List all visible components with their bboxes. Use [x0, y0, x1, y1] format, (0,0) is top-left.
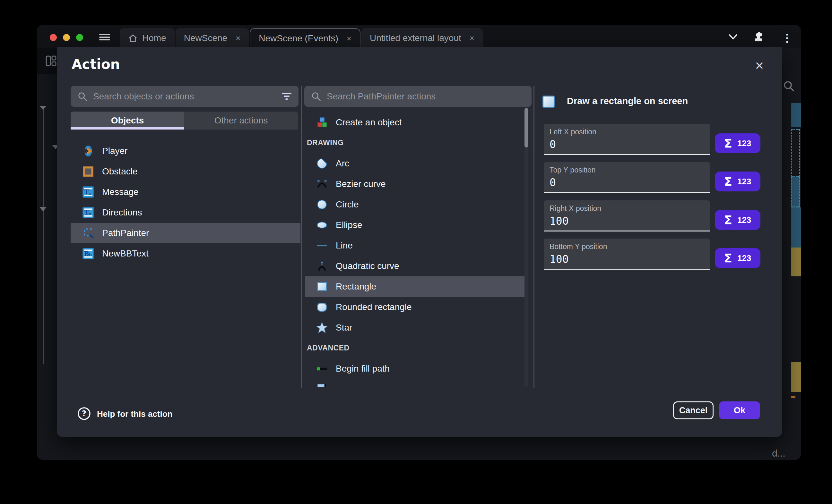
action-item-ellipse[interactable]: Ellipse	[305, 215, 526, 235]
action-label: Bezier curve	[336, 179, 386, 189]
action-item-arc[interactable]: Arc	[305, 153, 526, 174]
event-collapse-arrow[interactable]	[40, 207, 47, 211]
bezier-curve-icon	[316, 178, 328, 190]
field-input[interactable]	[549, 253, 704, 265]
action-dialog: Action × ObjectsOther actions PlayerObst…	[57, 47, 782, 437]
expression-123-label: 123	[737, 139, 751, 148]
object-item-message[interactable]: TxMessage	[71, 182, 301, 202]
create-object-icon	[316, 116, 328, 129]
tab-objects[interactable]: Objects	[71, 112, 184, 130]
event-collapse-arrow[interactable]	[40, 106, 47, 110]
editor-tab-newscene[interactable]: NewScene×	[176, 28, 249, 48]
dialog-close-icon[interactable]: ×	[751, 56, 769, 74]
panels-layout-icon	[45, 55, 57, 67]
action-label: Create an object	[336, 117, 401, 128]
obstacle-icon	[82, 165, 94, 178]
actions-list: Create an objectDRAWINGArcBezier curveCi…	[305, 108, 526, 387]
field-label: Bottom Y position	[549, 242, 704, 251]
sigma-icon: Σ	[724, 137, 732, 150]
tab-label: Home	[142, 33, 166, 43]
svg-text:x: x	[89, 212, 91, 216]
object-item-pathpainter[interactable]: PathPainter	[71, 223, 301, 243]
field-input[interactable]	[549, 176, 704, 189]
tab-close-icon[interactable]: ×	[470, 34, 474, 42]
filter-icon[interactable]	[281, 92, 292, 101]
traffic-light-minimize[interactable]	[63, 34, 70, 41]
object-label: Player	[102, 146, 127, 156]
ok-button[interactable]: Ok	[719, 401, 760, 419]
traffic-light-close[interactable]	[50, 34, 57, 41]
field-label: Left X position	[549, 128, 704, 136]
object-item-obstacle[interactable]: Obstacle	[71, 161, 301, 182]
object-item-player[interactable]: Player	[71, 141, 301, 161]
panel-divider	[301, 86, 302, 388]
dialog-title: Action	[72, 56, 120, 72]
expression-123-label: 123	[737, 177, 751, 187]
editor-tab-home[interactable]: Home	[120, 28, 175, 48]
svg-text:T: T	[84, 189, 89, 195]
text-object-icon: Tx	[82, 206, 94, 219]
event-drop-zone	[791, 177, 800, 207]
quadratic-curve-icon	[316, 260, 328, 272]
action-label: Quadratic curve	[336, 261, 399, 271]
sigma-icon: Σ	[724, 213, 732, 227]
window-tab-bar: HomeNewScene×NewScene (Events)×Untitled …	[37, 25, 801, 48]
field-right-x-position: Right X position	[544, 200, 710, 231]
action-item-begin-fill-path[interactable]: Begin fill path	[305, 359, 526, 379]
expression-editor-button[interactable]: Σ123	[715, 171, 760, 191]
help-icon[interactable]: ?	[77, 407, 91, 421]
draw-on-screen-label: Draw a rectangle on screen	[567, 96, 688, 107]
actions-scrollbar-thumb[interactable]	[524, 108, 528, 147]
arc-icon	[316, 158, 328, 170]
object-label: Directions	[102, 207, 142, 218]
path-painter-icon	[82, 227, 94, 239]
objects-search-box	[71, 86, 298, 107]
expression-editor-button[interactable]: Σ123	[715, 248, 760, 268]
help-link[interactable]: Help for this action	[97, 409, 172, 419]
field-input[interactable]	[549, 138, 704, 151]
expression-editor-button[interactable]: Σ123	[715, 210, 760, 230]
action-item-clipped[interactable]	[305, 379, 526, 387]
events-search-icon[interactable]	[782, 80, 796, 93]
actions-scrollbar-track[interactable]	[524, 108, 528, 387]
actions-search-input[interactable]	[327, 91, 525, 102]
event-condition-block	[791, 103, 801, 127]
action-item-quadratic-curve[interactable]: Quadratic curve	[305, 256, 526, 276]
editor-tabs: HomeNewScene×NewScene (Events)×Untitled …	[120, 25, 484, 48]
tab-close-icon[interactable]: ×	[347, 34, 352, 43]
editor-tab-untitled-external-layout[interactable]: Untitled external layout×	[361, 28, 483, 48]
more-options-icon[interactable]: ⋮	[782, 31, 792, 44]
action-item-star[interactable]: Star	[305, 317, 526, 338]
tab-label: NewScene (Events)	[259, 33, 338, 44]
action-item-rounded-rectangle[interactable]: Rounded rectangle	[305, 297, 526, 317]
panel-divider	[534, 86, 535, 388]
action-item-bezier-curve[interactable]: Bezier curve	[305, 174, 526, 194]
action-item-rectangle[interactable]: Rectangle	[305, 276, 526, 297]
svg-text:x: x	[89, 191, 91, 196]
chevron-down-icon[interactable]	[728, 33, 738, 41]
action-item-circle[interactable]: Circle	[305, 194, 526, 215]
home-icon	[128, 33, 138, 43]
tab-other-actions[interactable]: Other actions	[184, 112, 298, 130]
main-menu-icon[interactable]	[99, 33, 110, 42]
event-tree-line	[43, 108, 44, 364]
object-item-directions[interactable]: TxDirections	[71, 202, 301, 223]
expression-editor-button[interactable]: Σ123	[715, 133, 760, 153]
objects-search-input[interactable]	[93, 91, 281, 102]
object-item-newbbtext[interactable]: BbNewBBText	[71, 243, 301, 264]
begin-fill-path-icon	[316, 363, 328, 375]
tab-label: Untitled external layout	[370, 33, 461, 43]
action-item-line[interactable]: Line	[305, 235, 526, 256]
cancel-button[interactable]: Cancel	[673, 401, 713, 419]
field-input[interactable]	[549, 215, 704, 227]
action-item-create-an-object[interactable]: Create an object	[305, 112, 526, 133]
object-label: PathPainter	[102, 228, 149, 238]
tab-close-icon[interactable]: ×	[236, 34, 240, 42]
extensions-puzzle-icon[interactable]	[752, 31, 765, 44]
svg-text:T: T	[84, 209, 89, 216]
editor-tab-newscene-events-[interactable]: NewScene (Events)×	[250, 28, 361, 48]
traffic-light-zoom[interactable]	[76, 34, 83, 41]
draw-on-screen-checkbox[interactable]	[543, 95, 555, 108]
ellipse-icon	[316, 219, 328, 231]
actions-search-box	[304, 86, 531, 107]
